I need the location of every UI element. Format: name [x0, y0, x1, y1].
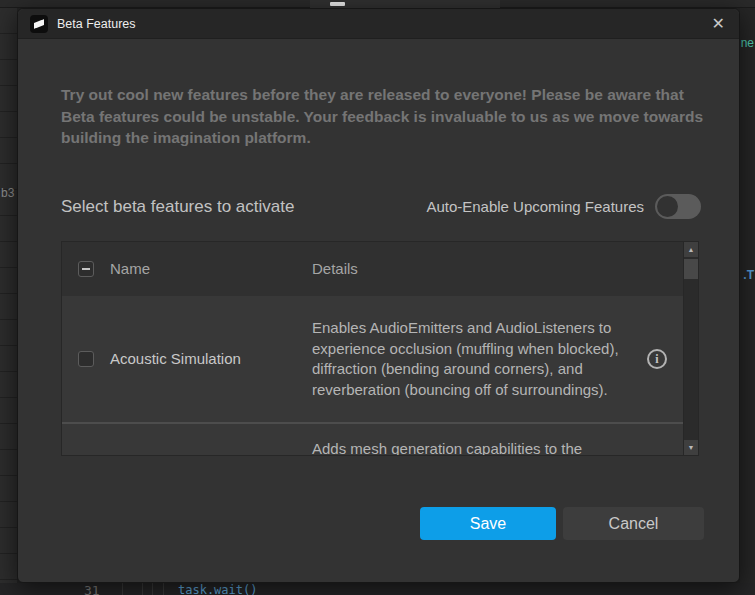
- row-checkbox-cell: [62, 424, 110, 455]
- scrollbar-track[interactable]: [684, 279, 698, 440]
- scrollbar-thumb[interactable]: [684, 259, 698, 279]
- background-editor-strip: [740, 8, 755, 583]
- row-info-cell: [631, 424, 683, 455]
- minimize-icon: [330, 2, 345, 6]
- background-titlebar-strip: [0, 0, 755, 8]
- cancel-button[interactable]: Cancel: [563, 507, 704, 540]
- header-details-cell: Details: [312, 260, 631, 278]
- beta-features-dialog: Beta Features ✕ Try out cool new feature…: [17, 8, 740, 583]
- table-scrollbar[interactable]: ▲ ▼: [683, 242, 698, 455]
- background-code-fragment-top: ne: [741, 36, 754, 50]
- row-name-cell: [110, 424, 312, 455]
- row-name-cell: Acoustic Simulation: [110, 350, 312, 368]
- auto-enable-label: Auto-Enable Upcoming Features: [426, 198, 644, 215]
- studio-logo-glyph: [34, 19, 44, 29]
- info-icon[interactable]: i: [647, 349, 667, 369]
- fold-guide-line: [152, 583, 153, 595]
- row-details-cell: Enables AudioEmitters and AudioListeners…: [312, 318, 631, 400]
- select-features-row: Select beta features to activate Auto-En…: [61, 194, 701, 219]
- beta-intro-text: Try out cool new features before they ar…: [61, 84, 706, 149]
- column-header-name: Name: [110, 260, 150, 277]
- column-header-details: Details: [312, 260, 358, 277]
- studio-logo-icon: [30, 15, 48, 33]
- save-button[interactable]: Save: [420, 507, 556, 540]
- row-details-cell: Adds mesh generation capabilities to the…: [312, 424, 631, 455]
- code-snippet: task.wait(): [178, 583, 257, 595]
- row-info-cell: i: [631, 349, 683, 369]
- table-header-row: Name Details: [62, 242, 683, 296]
- fold-guide-line: [142, 583, 143, 595]
- dialog-title: Beta Features: [57, 17, 136, 31]
- feature-name: Acoustic Simulation: [110, 350, 241, 367]
- scroll-down-button[interactable]: ▼: [684, 440, 698, 455]
- table-content: Name Details Acoustic Simulation: [62, 242, 683, 455]
- background-explorer-strip: [0, 8, 17, 583]
- screen: b3 ne .T 31 task.wait() Beta Features ✕ …: [0, 0, 755, 595]
- feature-checkbox[interactable]: [78, 351, 94, 367]
- feature-details-partial: Adds mesh generation capabilities to the…: [312, 440, 582, 455]
- table-row-partial[interactable]: Adds mesh generation capabilities to the…: [62, 422, 683, 455]
- scroll-up-button[interactable]: ▲: [684, 242, 698, 257]
- indeterminate-dash-icon: [82, 268, 90, 270]
- row-checkbox-cell: [62, 351, 110, 367]
- feature-details: Enables AudioEmitters and AudioListeners…: [312, 319, 619, 398]
- gutter-divider: [122, 583, 123, 595]
- dialog-titlebar[interactable]: Beta Features ✕: [18, 9, 739, 39]
- select-features-heading: Select beta features to activate: [61, 197, 294, 217]
- beta-features-table: Name Details Acoustic Simulation: [61, 241, 699, 456]
- toggle-knob: [657, 196, 678, 217]
- auto-enable-toggle[interactable]: [655, 194, 701, 219]
- header-name-cell: Name: [110, 260, 312, 278]
- fold-guide-line: [163, 583, 164, 595]
- close-icon[interactable]: ✕: [712, 16, 725, 32]
- background-code-fragment-mid: .T: [743, 268, 754, 282]
- select-all-checkbox[interactable]: [78, 261, 94, 277]
- header-checkbox-cell: [62, 261, 110, 277]
- background-code-strip: 31 task.wait(): [0, 583, 755, 595]
- table-row-acoustic-simulation[interactable]: Acoustic Simulation Enables AudioEmitter…: [62, 296, 683, 422]
- background-explorer-partial-label: b3: [1, 186, 14, 200]
- code-line-number: 31: [84, 583, 100, 595]
